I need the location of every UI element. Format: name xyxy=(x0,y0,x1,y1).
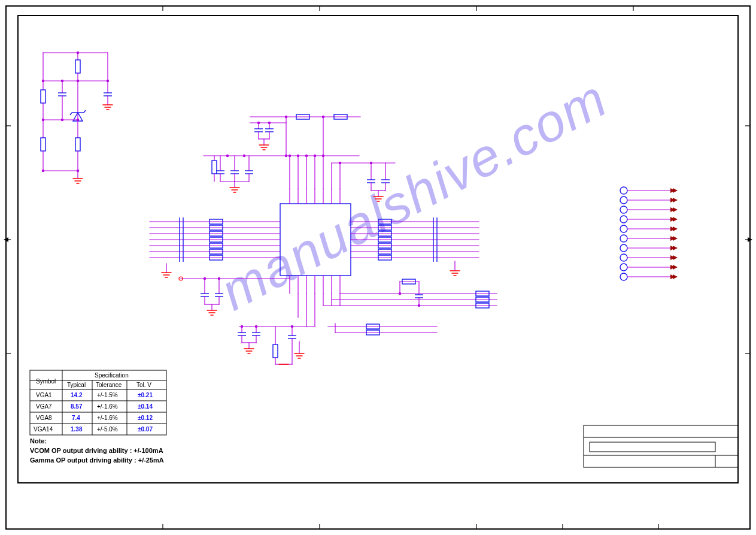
svg-point-230 xyxy=(399,292,401,295)
cell-tolv: ±0.21 xyxy=(138,392,153,398)
svg-point-299 xyxy=(620,254,627,261)
svg-rect-22 xyxy=(75,60,80,73)
specification-table: Symbol Specification Typical Tolerance T… xyxy=(30,370,166,435)
hdr-symbol: Symbol xyxy=(36,378,56,385)
off-page-connector-strip xyxy=(620,187,678,280)
svg-point-138 xyxy=(314,155,316,157)
svg-point-137 xyxy=(305,155,308,157)
cell-tolv: ±0.07 xyxy=(138,426,153,433)
cell-tolv: ±0.14 xyxy=(138,403,153,410)
svg-point-275 xyxy=(620,197,627,204)
svg-point-100 xyxy=(268,122,271,124)
svg-point-135 xyxy=(289,155,291,157)
svg-point-283 xyxy=(620,216,627,223)
svg-point-287 xyxy=(620,225,627,232)
svg-marker-290 xyxy=(673,226,678,231)
note-header: Note: xyxy=(30,437,47,445)
svg-point-136 xyxy=(297,155,299,157)
cell-typ: 14.2 xyxy=(71,392,83,398)
svg-rect-43 xyxy=(41,90,45,103)
svg-rect-128 xyxy=(212,161,217,174)
gnd-symbol xyxy=(103,105,113,110)
hdr-tolv: Tol. V xyxy=(136,382,151,388)
cell-sym: VGA8 xyxy=(36,415,52,421)
svg-point-245 xyxy=(241,325,243,328)
svg-rect-253 xyxy=(273,344,278,358)
svg-marker-298 xyxy=(673,246,678,250)
svg-point-107 xyxy=(285,155,287,157)
cell-sym: VGA7 xyxy=(36,403,52,410)
cell-tol: +/-1.5% xyxy=(97,392,118,398)
svg-marker-306 xyxy=(673,265,678,270)
title-block xyxy=(584,425,738,467)
svg-point-259 xyxy=(291,325,293,328)
svg-rect-46 xyxy=(41,138,45,151)
svg-point-109 xyxy=(226,155,229,157)
svg-point-235 xyxy=(418,304,420,307)
cell-typ: 8.57 xyxy=(71,403,83,410)
svg-marker-302 xyxy=(673,255,678,260)
svg-point-49 xyxy=(42,170,44,172)
svg-line-31 xyxy=(84,110,86,113)
hdr-tol: Tolerance xyxy=(96,382,122,388)
svg-marker-274 xyxy=(673,188,678,193)
note-line1: VCOM OP output driving ability : +/-100m… xyxy=(30,447,163,454)
svg-line-32 xyxy=(70,113,72,115)
svg-point-291 xyxy=(620,235,627,242)
svg-point-246 xyxy=(255,325,257,328)
cell-sym: VGA1 xyxy=(36,392,52,398)
hdr-spec: Specification xyxy=(95,372,129,379)
cell-tol: +/-5.0% xyxy=(97,426,118,433)
hdr-typical: Typical xyxy=(67,382,86,388)
svg-rect-311 xyxy=(584,425,738,467)
svg-marker-310 xyxy=(673,274,678,279)
svg-rect-314 xyxy=(590,442,715,452)
svg-rect-34 xyxy=(75,138,80,151)
svg-point-209 xyxy=(218,277,220,280)
svg-point-143 xyxy=(339,162,341,164)
cell-tol: +/-1.6% xyxy=(97,415,118,421)
svg-point-295 xyxy=(620,244,627,252)
svg-point-208 xyxy=(204,277,206,280)
notes-block: Note: VCOM OP output driving ability : +… xyxy=(30,437,164,464)
svg-point-271 xyxy=(620,187,627,194)
cell-typ: 1.38 xyxy=(71,426,83,433)
svg-point-303 xyxy=(620,264,627,271)
svg-point-56 xyxy=(61,119,63,121)
svg-point-279 xyxy=(620,206,627,213)
svg-point-307 xyxy=(620,273,627,280)
svg-point-110 xyxy=(243,155,245,157)
cell-sym: VGA14 xyxy=(34,426,53,433)
regulator-block xyxy=(41,52,113,183)
note-line2: Gamma OP output driving ability : +/-25m… xyxy=(30,457,164,464)
svg-marker-294 xyxy=(673,236,678,241)
svg-marker-286 xyxy=(673,217,678,222)
cell-tol: +/-1.6% xyxy=(97,403,118,410)
gnd-symbol xyxy=(73,179,83,183)
svg-marker-278 xyxy=(673,198,678,202)
cell-typ: 7.4 xyxy=(72,415,80,421)
svg-marker-282 xyxy=(673,207,678,212)
svg-point-55 xyxy=(61,80,63,82)
cell-tolv: ±0.12 xyxy=(138,415,153,421)
svg-point-99 xyxy=(257,122,260,124)
svg-point-37 xyxy=(77,119,79,121)
